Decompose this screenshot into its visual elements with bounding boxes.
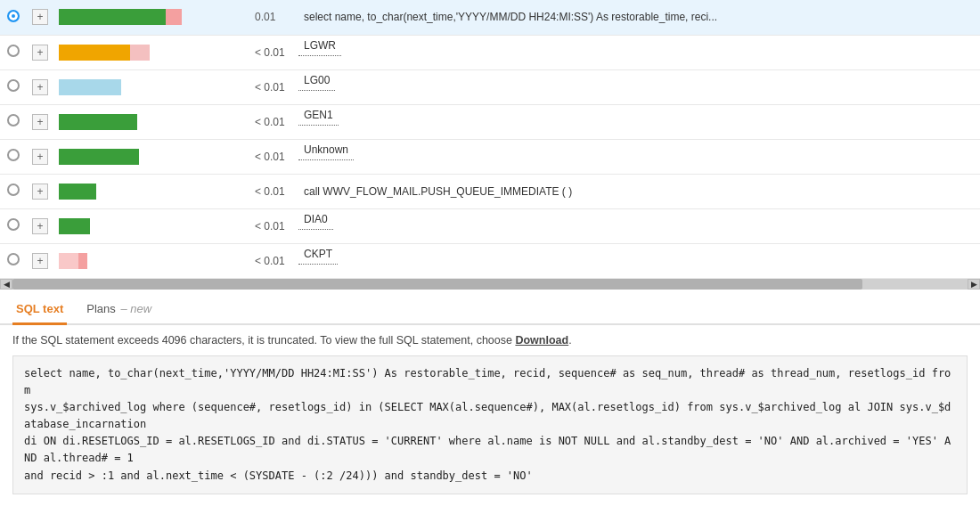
row-radio[interactable] <box>7 10 20 22</box>
row-sql: GEN1 <box>298 105 339 126</box>
tabs-bar: SQL text Plans – new <box>0 295 980 325</box>
sql-code-block: select name, to_char(next_time,'YYYY/MM/… <box>12 355 968 494</box>
row-value: 0.01 <box>249 0 298 35</box>
table-row[interactable]: +< 0.01DIA0 <box>0 208 980 243</box>
bar-segment <box>78 253 87 269</box>
row-sql: call WWV_FLOW_MAIL.PUSH_QUEUE_IMMEDIATE … <box>298 174 980 208</box>
row-value: < 0.01 <box>249 243 298 278</box>
bar-chart <box>59 114 219 130</box>
row-radio[interactable] <box>7 114 20 126</box>
expand-button[interactable]: + <box>32 253 48 269</box>
tab-sql-text[interactable]: SQL text <box>12 295 67 325</box>
row-value: < 0.01 <box>249 139 298 174</box>
row-value: < 0.01 <box>249 174 298 208</box>
expand-button[interactable]: + <box>32 218 48 234</box>
bar-chart <box>59 218 219 234</box>
table-row[interactable]: +< 0.01LG00 <box>0 69 980 104</box>
bar-chart <box>59 9 219 25</box>
tab-plans-new-label: – new <box>120 302 151 315</box>
row-sql: select name, to_char(next_time,'YYYY/MM/… <box>298 0 980 35</box>
row-radio[interactable] <box>7 253 20 265</box>
bar-chart <box>59 45 219 61</box>
bar-segment <box>59 218 90 234</box>
data-table: +0.01select name, to_char(next_time,'YYY… <box>0 0 980 279</box>
bar-chart <box>59 79 219 95</box>
bar-segment <box>59 149 139 165</box>
scroll-left-arrow[interactable]: ◀ <box>0 279 12 290</box>
info-text: If the SQL statement exceeds 4096 charac… <box>0 325 980 355</box>
row-radio[interactable] <box>7 149 20 161</box>
expand-button[interactable]: + <box>32 114 48 130</box>
table-row[interactable]: +< 0.01CKPT <box>0 243 980 278</box>
row-value: < 0.01 <box>249 208 298 243</box>
tab-plans[interactable]: Plans – new <box>83 295 155 325</box>
row-radio[interactable] <box>7 79 20 92</box>
bar-segment <box>130 45 150 61</box>
download-link[interactable]: Download <box>515 334 568 347</box>
row-value: < 0.01 <box>249 35 298 69</box>
row-sql: CKPT <box>298 244 338 265</box>
bar-chart <box>59 149 219 165</box>
bar-segment <box>59 9 166 25</box>
row-radio[interactable] <box>7 45 20 57</box>
expand-button[interactable]: + <box>32 149 48 165</box>
expand-button[interactable]: + <box>32 184 48 200</box>
row-sql: Unknown <box>298 140 354 160</box>
row-sql: DIA0 <box>298 209 333 230</box>
row-sql: LGWR <box>298 36 341 56</box>
table-row[interactable]: +< 0.01call WWV_FLOW_MAIL.PUSH_QUEUE_IMM… <box>0 174 980 208</box>
table-row[interactable]: +0.01select name, to_char(next_time,'YYY… <box>0 0 980 35</box>
bar-segment <box>166 9 182 25</box>
horizontal-scrollbar[interactable]: ◀ ▶ <box>0 279 980 290</box>
row-value: < 0.01 <box>249 104 298 139</box>
expand-button[interactable]: + <box>32 79 48 95</box>
scrollbar-thumb[interactable] <box>12 279 862 290</box>
bar-segment <box>59 184 96 200</box>
row-sql: LG00 <box>298 70 335 91</box>
bar-segment <box>59 45 130 61</box>
expand-button[interactable]: + <box>32 45 48 61</box>
expand-button[interactable]: + <box>32 9 48 25</box>
bar-chart <box>59 253 219 269</box>
bar-chart <box>59 184 219 200</box>
row-value: < 0.01 <box>249 69 298 104</box>
scroll-right-arrow[interactable]: ▶ <box>968 279 980 290</box>
bar-segment <box>59 253 78 269</box>
bar-segment <box>59 114 137 130</box>
bar-segment <box>59 79 121 95</box>
table-row[interactable]: +< 0.01LGWR <box>0 35 980 69</box>
row-radio[interactable] <box>7 184 20 196</box>
table-row[interactable]: +< 0.01Unknown <box>0 139 980 174</box>
table-row[interactable]: +< 0.01GEN1 <box>0 104 980 139</box>
row-radio[interactable] <box>7 218 20 231</box>
